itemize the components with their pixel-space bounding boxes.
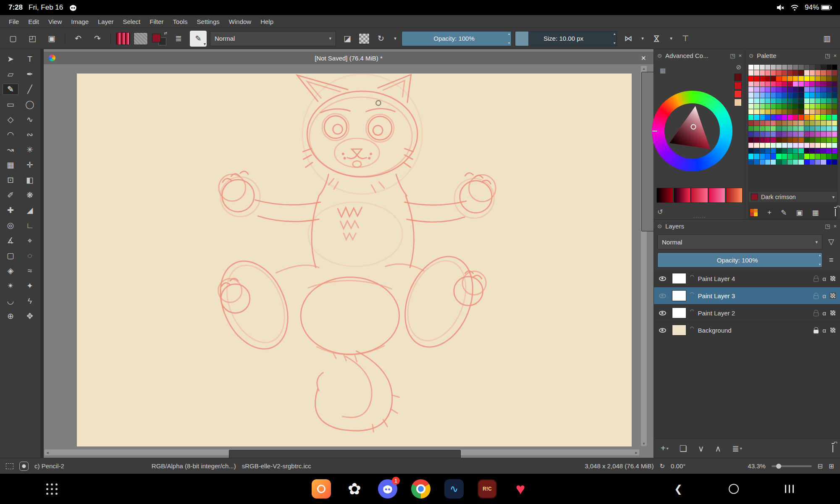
close-docker-icon[interactable]: × (833, 223, 837, 229)
palette-swatch[interactable] (804, 98, 809, 103)
layer-blending-mode-combo[interactable]: Normal ▾ (657, 234, 822, 249)
palette-swatch[interactable] (798, 126, 803, 131)
palette-swatch[interactable] (832, 92, 837, 97)
palette-swatch[interactable] (765, 98, 770, 103)
palette-swatch[interactable] (821, 76, 826, 81)
palette-swatch[interactable] (832, 126, 837, 131)
palette-swatch[interactable] (810, 160, 815, 165)
palette-swatch[interactable] (765, 148, 770, 153)
palette-swatch[interactable] (776, 121, 781, 126)
palette-swatch[interactable] (776, 154, 781, 159)
palette-swatch[interactable] (776, 148, 781, 153)
palette-swatch[interactable] (810, 104, 815, 109)
add-swatch-button[interactable]: + (767, 208, 772, 217)
selection-mode-icon[interactable] (6, 463, 13, 469)
palette-swatch[interactable] (798, 121, 803, 126)
palette-swatch[interactable] (815, 131, 820, 136)
palette-swatch[interactable] (821, 154, 826, 159)
paint-app-icon[interactable]: ∿ (444, 479, 464, 499)
palette-swatch[interactable] (754, 121, 759, 126)
menu-file[interactable]: File (4, 16, 24, 27)
palette-swatch[interactable] (782, 92, 787, 97)
palette-swatch[interactable] (782, 81, 787, 87)
palette-swatch[interactable] (788, 115, 793, 120)
layer-alpha-lock-icon[interactable]: α (822, 292, 826, 299)
palette-swatch[interactable] (776, 131, 781, 136)
palette-color-name-row[interactable]: Dark crimson ▾ (748, 191, 837, 203)
palette-swatch[interactable] (804, 109, 809, 114)
palette-swatch[interactable] (754, 115, 759, 120)
palette-swatch[interactable] (810, 121, 815, 126)
palette-swatch[interactable] (776, 70, 781, 75)
layer-alpha-lock-icon[interactable]: α (822, 327, 826, 334)
palette-swatch[interactable] (765, 137, 770, 142)
recent-color-swatch[interactable] (734, 74, 742, 81)
palette-swatch[interactable] (782, 98, 787, 103)
palette-swatch[interactable] (760, 126, 765, 131)
swap-colors-icon[interactable]: ⇄ (164, 31, 167, 35)
palette-swatch[interactable] (827, 87, 832, 92)
move-layer-up-button[interactable]: ∧ (715, 444, 721, 454)
palette-swatch[interactable] (765, 115, 770, 120)
palette-swatch[interactable] (798, 154, 803, 159)
palette-swatch[interactable] (748, 98, 753, 103)
palette-swatch[interactable] (748, 143, 753, 148)
palette-swatch[interactable] (832, 160, 837, 165)
palette-swatch[interactable] (821, 148, 826, 153)
palette-swatch[interactable] (748, 126, 753, 131)
palette-swatch[interactable] (832, 148, 837, 153)
blending-mode-combo[interactable]: Normal ▾ (210, 31, 336, 46)
tool-freehand-brush[interactable]: ✎ (3, 84, 18, 95)
palette-swatch[interactable] (815, 65, 820, 70)
sv-triangle[interactable] (666, 102, 719, 155)
palette-swatch[interactable] (810, 154, 815, 159)
palette-swatch[interactable] (771, 81, 776, 87)
palette-swatch[interactable] (760, 65, 765, 70)
palette-swatch[interactable] (782, 104, 787, 109)
palette-swatch[interactable] (827, 115, 832, 120)
palette-swatch[interactable] (798, 104, 803, 109)
palette-swatch[interactable] (810, 98, 815, 103)
palette-swatch[interactable] (798, 131, 803, 136)
palette-swatch[interactable] (782, 115, 787, 120)
brush-preview-icon[interactable] (19, 462, 29, 471)
brush-presets-button[interactable]: ≣ (171, 31, 186, 47)
palette-swatch[interactable] (776, 87, 781, 92)
palette-swatch[interactable] (771, 115, 776, 120)
palette-swatch[interactable] (782, 131, 787, 136)
mirror-vertical-dropdown[interactable]: ▾ (668, 31, 674, 47)
zoom-slider[interactable] (772, 465, 812, 467)
shade-selector[interactable] (656, 188, 743, 203)
menu-window[interactable]: Window (224, 16, 256, 27)
palette-swatch[interactable] (765, 143, 770, 148)
palette-swatch[interactable] (765, 65, 770, 70)
palette-swatch[interactable] (760, 98, 765, 103)
palette-swatch[interactable] (832, 137, 837, 142)
layer-visibility-toggle[interactable] (656, 311, 668, 315)
tool-shape-select[interactable]: ➤ (3, 53, 18, 65)
close-docker-icon[interactable]: × (833, 52, 837, 59)
document-close-button[interactable]: × (638, 53, 648, 63)
palette-swatch[interactable] (821, 126, 826, 131)
palette-swatch[interactable] (748, 81, 753, 87)
palette-swatch[interactable] (776, 98, 781, 103)
palette-swatch[interactable] (810, 126, 815, 131)
remove-swatch-button[interactable] (835, 209, 836, 216)
palette-swatch[interactable] (788, 160, 793, 165)
palette-swatch[interactable] (821, 131, 826, 136)
palette-swatch[interactable] (788, 126, 793, 131)
palette-swatch[interactable] (771, 154, 776, 159)
palette-swatch[interactable] (760, 104, 765, 109)
tool-gradient[interactable]: ◧ (22, 174, 38, 186)
foreground-color-chip[interactable] (152, 34, 161, 42)
layer-lock-icon[interactable] (814, 278, 819, 282)
palette-swatch[interactable] (760, 154, 765, 159)
palette-swatch[interactable] (754, 81, 759, 87)
palette-swatch[interactable] (793, 137, 798, 142)
palette-swatch[interactable] (782, 160, 787, 165)
palette-swatch[interactable] (832, 121, 837, 126)
palette-swatch[interactable] (788, 121, 793, 126)
palette-swatch[interactable] (754, 137, 759, 142)
palette-swatch[interactable] (804, 154, 809, 159)
palette-swatch[interactable] (815, 115, 820, 120)
